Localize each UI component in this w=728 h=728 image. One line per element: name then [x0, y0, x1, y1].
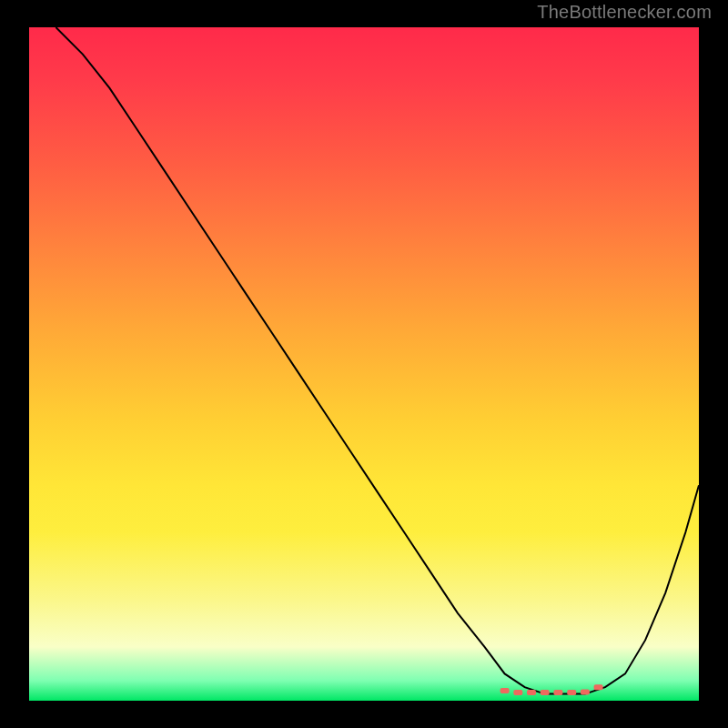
chart-frame: TheBottlenecker.com [0, 0, 728, 728]
plot-area [29, 27, 699, 701]
marker-dot [527, 690, 536, 695]
marker-dot [553, 690, 562, 695]
curve-layer [29, 27, 699, 701]
marker-dot [567, 690, 576, 695]
marker-dot [541, 690, 550, 695]
bottleneck-curve [56, 27, 699, 694]
attribution-text: TheBottlenecker.com [537, 2, 712, 23]
marker-dot [500, 688, 510, 693]
marker-dot [513, 690, 522, 695]
marker-dot [581, 689, 590, 694]
marker-dot [594, 684, 603, 690]
